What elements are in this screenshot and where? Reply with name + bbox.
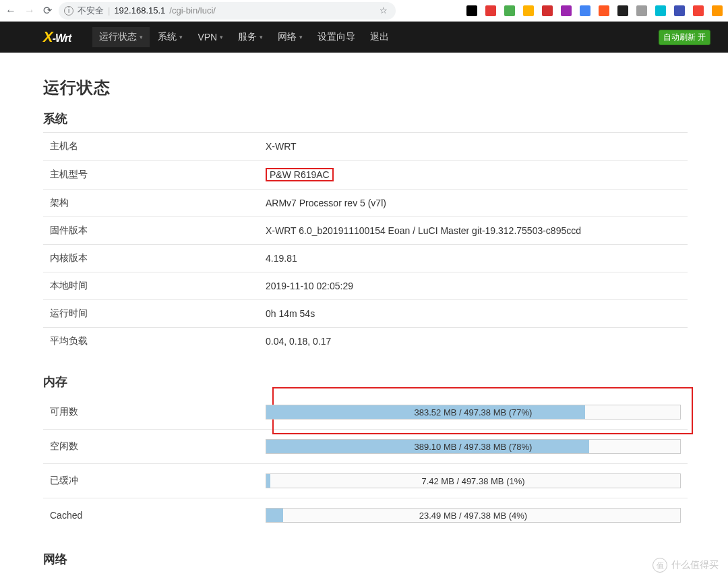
mem-available-label: 可用数 [50, 406, 266, 418]
row-active-connections: 活动连接 780 / 65536 (1%) [43, 573, 688, 578]
row-uptime: 运行时间 0h 14m 54s [43, 300, 688, 328]
extension-icon[interactable] [674, 5, 685, 16]
localtime-value: 2019-11-10 02:05:29 [266, 281, 681, 291]
browser-toolbar: ← → ⟳ i 不安全 | 192.168.15.1/cgi-bin/luci/… [0, 0, 728, 22]
row-kernel: 内核版本 4.19.81 [43, 245, 688, 272]
address-bar[interactable]: i 不安全 | 192.168.15.1/cgi-bin/luci/ ☆ [59, 2, 396, 20]
url-path: /cgi-bin/luci/ [169, 5, 216, 16]
kernel-label: 内核版本 [50, 252, 266, 264]
extension-icon[interactable] [523, 5, 534, 16]
extension-icon[interactable] [485, 5, 496, 16]
firmware-label: 固件版本 [50, 225, 266, 237]
section-network: 网络 [43, 551, 688, 567]
model-label: 主机型号 [50, 169, 266, 181]
url-host: 192.168.15.1 [114, 5, 165, 16]
extension-icon[interactable] [712, 5, 723, 16]
extension-icon[interactable] [561, 5, 572, 16]
page-content: 运行状态 系统 主机名 X-WRT 主机型号 P&W R619AC 架构 ARM… [0, 53, 728, 578]
extension-icon[interactable] [693, 5, 704, 16]
extension-icon[interactable] [504, 5, 515, 16]
extensions-bar [466, 5, 723, 16]
row-hostname: 主机名 X-WRT [43, 132, 688, 161]
row-mem-available: 可用数 383.52 MB / 497.38 MB (77%) [43, 395, 688, 430]
logo[interactable]: X-Wrt [43, 28, 71, 46]
watermark: 值 什么值得买 [653, 558, 719, 573]
main-navbar: X-Wrt 运行状态▾ 系统▾ VPN▾ 服务▾ 网络▾ 设置向导 退出 自动刷… [0, 22, 728, 53]
mem-buffered-bar: 7.42 MB / 497.38 MB (1%) [266, 473, 681, 488]
mem-free-label: 空闲数 [50, 440, 266, 453]
row-model: 主机型号 P&W R619AC [43, 161, 688, 190]
row-load: 平均负载 0.04, 0.18, 0.17 [43, 328, 688, 355]
caret-icon: ▾ [140, 34, 143, 40]
extension-icon[interactable] [542, 5, 553, 16]
nav-network[interactable]: 网络▾ [271, 27, 309, 47]
section-system: 系统 [43, 111, 688, 127]
nav-wizard[interactable]: 设置向导 [311, 27, 362, 47]
row-arch: 架构 ARMv7 Processor rev 5 (v7l) [43, 190, 688, 217]
localtime-label: 本地时间 [50, 280, 266, 292]
row-firmware: 固件版本 X-WRT 6.0_b201911100154 Eoan / LuCI… [43, 217, 688, 245]
extension-icon[interactable] [599, 5, 609, 16]
arch-label: 架构 [50, 197, 266, 209]
extension-icon[interactable] [636, 5, 647, 16]
extension-icon[interactable] [580, 5, 590, 16]
mem-free-bar: 389.10 MB / 497.38 MB (78%) [266, 439, 681, 454]
model-value: P&W R619AC [266, 168, 334, 181]
mem-available-text: 383.52 MB / 497.38 MB (77%) [266, 405, 680, 419]
firmware-value: X-WRT 6.0_b201911100154 Eoan / LuCI Mast… [266, 225, 681, 236]
mem-cached-text: 23.49 MB / 497.38 MB (4%) [266, 509, 680, 522]
load-label: 平均负载 [50, 335, 266, 347]
reload-icon[interactable]: ⟳ [43, 4, 52, 17]
mem-cached-bar: 23.49 MB / 497.38 MB (4%) [266, 508, 681, 523]
row-mem-buffered: 已缓冲 7.42 MB / 497.38 MB (1%) [43, 464, 688, 498]
caret-icon: ▾ [260, 34, 263, 40]
forward-icon[interactable]: → [24, 5, 35, 17]
nav-vpn[interactable]: VPN▾ [191, 27, 230, 47]
extension-icon[interactable] [466, 5, 477, 16]
watermark-icon: 值 [653, 558, 667, 573]
insecure-label: 不安全 [78, 5, 104, 17]
page-title: 运行状态 [43, 77, 688, 98]
back-icon[interactable]: ← [5, 5, 16, 17]
star-icon[interactable]: ☆ [380, 5, 388, 16]
hostname-value: X-WRT [266, 141, 681, 152]
section-memory: 内存 [43, 374, 688, 390]
row-localtime: 本地时间 2019-11-10 02:05:29 [43, 272, 688, 300]
arch-value: ARMv7 Processor rev 5 (v7l) [266, 198, 681, 208]
nav-logout[interactable]: 退出 [363, 27, 396, 47]
mem-available-bar: 383.52 MB / 497.38 MB (77%) [266, 405, 681, 420]
extension-icon[interactable] [617, 5, 628, 16]
row-mem-cached: Cached 23.49 MB / 497.38 MB (4%) [43, 498, 688, 532]
kernel-value: 4.19.81 [266, 253, 681, 264]
row-mem-free: 空闲数 389.10 MB / 497.38 MB (78%) [43, 430, 688, 464]
mem-buffered-text: 7.42 MB / 497.38 MB (1%) [266, 474, 680, 488]
mem-free-text: 389.10 MB / 497.38 MB (78%) [266, 440, 680, 453]
hostname-label: 主机名 [50, 140, 266, 152]
caret-icon: ▾ [299, 34, 303, 40]
nav-services[interactable]: 服务▾ [231, 27, 270, 47]
mem-buffered-label: 已缓冲 [50, 475, 266, 487]
caret-icon: ▾ [220, 34, 223, 40]
nav-system[interactable]: 系统▾ [151, 27, 189, 47]
uptime-label: 运行时间 [50, 308, 266, 320]
info-icon: i [64, 6, 73, 16]
mem-cached-label: Cached [50, 510, 266, 521]
extension-icon[interactable] [655, 5, 666, 16]
load-value: 0.04, 0.18, 0.17 [266, 336, 681, 347]
nav-status[interactable]: 运行状态▾ [92, 27, 150, 47]
caret-icon: ▾ [179, 34, 183, 40]
auto-refresh-toggle[interactable]: 自动刷新 开 [659, 30, 710, 45]
uptime-value: 0h 14m 54s [266, 308, 681, 319]
